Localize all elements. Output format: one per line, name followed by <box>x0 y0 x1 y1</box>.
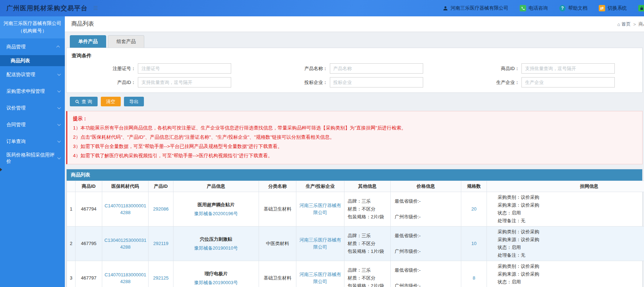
product-id-label: 产品ID： <box>67 79 138 86</box>
other-info-cell: 品牌：三乐 材质：不区分 包装规格：1片/袋 <box>344 227 391 261</box>
spec-count-link[interactable]: 20 <box>471 206 476 212</box>
goods-id-input[interactable] <box>521 63 615 74</box>
company-link[interactable]: 河南三乐医疗器械有限公司 <box>300 272 341 284</box>
chevron-down-icon <box>57 156 61 159</box>
product-id-link[interactable]: 292086 <box>153 206 168 212</box>
top-header: 广州医用耗材采购交易平台 ☰ 河南三乐医疗器械有限公司 电话咨询 ? 帮助文档 … <box>0 0 644 16</box>
insurance-code-link[interactable]: C1407011830000014288 <box>104 202 146 216</box>
search-button[interactable]: 查 询 <box>70 97 98 106</box>
page-header: 商品列表 ⌂ 首页 > 商品管理 <box>65 16 644 32</box>
other-info-line: 包装规格：2片/袋 <box>348 282 388 287</box>
price-info-cell: 最低省级价:- 广州市级价:- <box>391 261 461 287</box>
spec-count-link[interactable]: 10 <box>471 241 476 246</box>
category-cell: 基础卫生材料 <box>259 261 296 287</box>
sidebar: 河南三乐医疗器械有限公司 （机构账号） 商品管理 商品列表 配送协议管理 采购需… <box>0 16 65 287</box>
manufacturer-input[interactable] <box>521 77 615 87</box>
tab-package-product[interactable]: 组套产品 <box>108 35 144 48</box>
sidebar-item-procurement-demand[interactable]: 采购需求申报管理 <box>0 83 65 100</box>
tips-box: 提示： 1）本功能展示所有平台挂网商品信息，各机构可按注册证、生产企业等信息进行… <box>66 111 643 164</box>
registration-no-link[interactable]: 豫郑械备20190003号 <box>194 280 238 285</box>
sidebar-item-delivery-agreement[interactable]: 配送协议管理 <box>0 66 65 83</box>
insurance-code-link[interactable]: C1407011830000014288 <box>104 271 146 285</box>
registration-no-label: 注册证号： <box>67 65 138 72</box>
price-line: 最低省级价:- <box>395 232 459 239</box>
product-name: 理疗电极片 <box>176 270 256 277</box>
breadcrumb-current: 商品管理 <box>638 21 644 27</box>
column-header-listing-info: 挂网信息 <box>487 181 644 192</box>
listing-line: 采购来源：议价采购 <box>498 236 644 244</box>
menu-toggle-icon[interactable]: ☰ <box>93 5 98 11</box>
sidebar-item-credit-evaluation[interactable]: 医药价格和招采信用评价 <box>0 150 65 166</box>
other-info-line: 品牌：三乐 <box>348 232 388 240</box>
sidebar-collapse-handle[interactable] <box>0 168 2 171</box>
insurance-code-link[interactable]: C1304012530000314288 <box>104 237 146 250</box>
breadcrumb-home[interactable]: ⌂ 首页 <box>617 21 631 27</box>
tab-content: 单件产品 组套产品 查询条件 注册证号： 产品名称： 商品ID： <box>65 32 644 287</box>
query-section-title: 查询条件 <box>67 51 642 63</box>
column-header-goods-id: 商品ID <box>76 181 102 192</box>
product-name: 穴位压力刺激贴 <box>176 236 256 243</box>
listing-line: 状态：启用 <box>498 278 644 286</box>
tips-line: 2）点击"医保耗材代码"、"产品ID"、产品信息汇总的"注册证名称"、"生产/投… <box>73 133 637 142</box>
user-company-menu[interactable]: 河南三乐医疗器械有限公司 <box>443 5 508 11</box>
listing-line: 状态：启用 <box>498 244 644 251</box>
sidebar-item-label: 商品管理 <box>6 44 26 50</box>
registration-no-input[interactable] <box>138 63 231 74</box>
chevron-up-icon <box>56 46 60 49</box>
price-line: 广州市级价:- <box>395 248 459 255</box>
table-row: 1 467794 C1407011830000014288 292086 医用超… <box>67 192 644 227</box>
registration-no-link[interactable]: 豫郑械备20200196号 <box>194 211 238 216</box>
product-name-label: 产品名称： <box>259 65 330 72</box>
other-info-cell: 品牌：三乐 材质：不区分 包装规格：2片/袋 <box>344 261 391 287</box>
chevron-down-icon <box>57 106 61 109</box>
search-icon <box>75 100 79 104</box>
bidding-company-input[interactable] <box>330 77 423 87</box>
other-info-line: 材质：不区分 <box>348 205 388 213</box>
account-name: 河南三乐医疗器械有限公司 <box>2 20 63 27</box>
other-info-line: 材质：不区分 <box>348 274 388 282</box>
column-header-insurance-code: 医保耗材代码 <box>102 181 149 192</box>
query-row: 注册证号： 产品名称： 商品ID： <box>67 63 642 74</box>
phone-consult-label: 电话咨询 <box>529 5 548 11</box>
company-link[interactable]: 河南三乐医疗器械有限公司 <box>300 203 341 215</box>
breadcrumb-home-label: 首页 <box>622 21 631 27</box>
clear-button[interactable]: 清空 <box>101 97 121 106</box>
breadcrumb: ⌂ 首页 > 商品管理 <box>617 16 644 32</box>
product-id-link[interactable]: 292119 <box>153 241 168 246</box>
company-link[interactable]: 河南三乐医疗器械有限公司 <box>300 237 341 250</box>
registration-no-link[interactable]: 豫郑械备20190010号 <box>194 245 238 251</box>
sidebar-item-price-negotiation[interactable]: 议价管理 <box>0 100 65 116</box>
change-password-link[interactable]: 修改密码 <box>638 5 644 11</box>
sidebar-item-label: 配送协议管理 <box>6 71 35 78</box>
column-header-product-info: 产品信息 <box>173 181 259 192</box>
sidebar-item-goods-list[interactable]: 商品列表 <box>0 55 65 66</box>
row-index: 3 <box>67 261 76 287</box>
export-button[interactable]: 导出 <box>124 97 144 106</box>
row-index: 2 <box>67 227 76 261</box>
sidebar-item-order-query[interactable]: 订单查询 <box>0 133 65 150</box>
switch-system-link[interactable]: ⇄ 切换系统 <box>599 5 627 11</box>
category-cell: 基础卫生材料 <box>259 192 296 227</box>
phone-consult-link[interactable]: 电话咨询 <box>520 5 548 11</box>
table-row: 3 467797 C1407011830000014288 292125 理疗电… <box>67 261 644 287</box>
price-line: 广州市级价:- <box>395 282 459 287</box>
tips-title: 提示： <box>73 114 637 123</box>
breadcrumb-separator: > <box>633 22 636 27</box>
chevron-down-icon <box>57 89 61 92</box>
tab-single-product[interactable]: 单件产品 <box>70 35 106 48</box>
other-info-line: 材质：不区分 <box>348 240 388 248</box>
action-buttons: 查 询 清空 导出 <box>70 97 639 106</box>
product-id-input[interactable] <box>138 77 231 87</box>
table-row: 2 467795 C1304012530000314288 292119 穴位压… <box>67 227 644 261</box>
sidebar-item-goods-management[interactable]: 商品管理 <box>0 38 65 55</box>
product-id-link[interactable]: 292125 <box>153 275 168 281</box>
user-company-label: 河南三乐医疗器械有限公司 <box>451 5 508 11</box>
goods-id-cell: 467795 <box>76 227 102 261</box>
sidebar-item-contract-management[interactable]: 合同管理 <box>0 116 65 133</box>
header-actions: 河南三乐医疗器械有限公司 电话咨询 ? 帮助文档 ⇄ 切换系统 修改密码 <box>443 0 644 16</box>
product-name-input[interactable] <box>330 63 423 74</box>
help-doc-link[interactable]: ? 帮助文档 <box>559 5 587 11</box>
field-product-name: 产品名称： <box>259 63 451 74</box>
column-header-price-info: 价格信息 <box>391 181 461 192</box>
spec-count-link[interactable]: 8 <box>473 275 475 281</box>
